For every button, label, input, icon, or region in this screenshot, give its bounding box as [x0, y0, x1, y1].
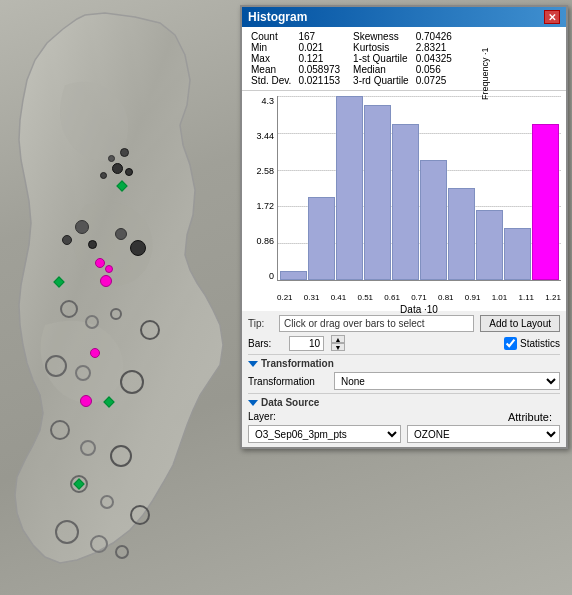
stddev-value: 0.021153 [294, 75, 343, 86]
count-value: 167 [294, 31, 343, 42]
map-dot-hollow [80, 440, 96, 456]
map-dot-pink [80, 395, 92, 407]
x-label-5: 0.71 [411, 293, 427, 302]
map-dot-dark [62, 235, 72, 245]
layer-attribute-selects: O3_Sep06_3pm_pts OZONE [248, 425, 560, 443]
x-label-4: 0.61 [384, 293, 400, 302]
histogram-bar-2[interactable] [336, 96, 363, 280]
histogram-panel: Histogram ✕ Count 167 Skewness 0.70426 M… [240, 5, 568, 449]
bars-input[interactable] [289, 336, 324, 351]
histogram-bar-7[interactable] [476, 210, 503, 280]
x-label-6: 0.81 [438, 293, 454, 302]
x-label-2: 0.41 [331, 293, 347, 302]
q1-value: 0.04325 [412, 53, 455, 64]
chart-inner: 4.3 3.44 2.58 1.72 0.86 0 [247, 96, 561, 291]
plot-area[interactable] [277, 96, 561, 281]
statistics-checkbox[interactable] [504, 337, 517, 350]
y-axis-label: Frequency ·1 [480, 47, 490, 100]
map-dot-hollow [60, 300, 78, 318]
histogram-bar-4[interactable] [392, 124, 419, 280]
panel-titlebar: Histogram ✕ [242, 7, 566, 27]
x-axis-label: Data ·10 [247, 302, 561, 318]
min-value: 0.021 [294, 42, 343, 53]
x-label-8: 1.01 [492, 293, 508, 302]
data-source-section-label: Data Source [261, 397, 319, 408]
histogram-bar-9[interactable] [532, 124, 559, 280]
spacer [334, 411, 502, 423]
chart-area[interactable]: 4.3 3.44 2.58 1.72 0.86 0 0.21 [242, 91, 566, 311]
map-dot-dark [115, 228, 127, 240]
attribute-label: Attribute: [508, 411, 552, 423]
transformation-expand-icon[interactable] [248, 361, 258, 367]
count-label: Count [248, 31, 294, 42]
max-value: 0.121 [294, 53, 343, 64]
map-dot-hollow [45, 355, 67, 377]
y-label-4: 0.86 [256, 236, 274, 246]
transformation-select[interactable]: None [334, 372, 560, 390]
map-dot-hollow [100, 495, 114, 509]
q3-value: 0.0725 [412, 75, 455, 86]
map-dot-hollow [85, 315, 99, 329]
map-dot-dark [125, 168, 133, 176]
statistics-label: Statistics [520, 338, 560, 349]
map-dot-hollow [75, 365, 91, 381]
map-dot-dark [100, 172, 107, 179]
histogram-bar-6[interactable] [448, 188, 475, 280]
y-label-0: 4.3 [261, 96, 274, 106]
map-dot-hollow [130, 505, 150, 525]
q3-label: 3-rd Quartile [343, 75, 412, 86]
data-source-section-header: Data Source [248, 393, 560, 408]
stats-area: Count 167 Skewness 0.70426 Min 0.021 Kur… [242, 27, 566, 91]
mean-value: 0.058973 [294, 64, 343, 75]
stddev-label: Std. Dev. [248, 75, 294, 86]
layer-select[interactable]: O3_Sep06_3pm_pts [248, 425, 401, 443]
bars-container[interactable] [278, 96, 561, 280]
layer-label: Layer: [248, 411, 328, 423]
histogram-bar-3[interactable] [364, 105, 391, 280]
statistics-checkbox-label[interactable]: Statistics [504, 337, 560, 350]
mean-label: Mean [248, 64, 294, 75]
map-dot-hollow [55, 520, 79, 544]
bars-spinner: ▲ ▼ [331, 335, 345, 351]
map-dot-pink [100, 275, 112, 287]
y-label-5: 0 [269, 271, 274, 281]
close-button[interactable]: ✕ [544, 10, 560, 24]
histogram-bar-0[interactable] [280, 271, 307, 280]
tip-label: Tip: [248, 318, 273, 329]
x-label-3: 0.51 [357, 293, 373, 302]
y-label-2: 2.58 [256, 166, 274, 176]
map-dot-hollow [110, 445, 132, 467]
map-dot-hollow [90, 535, 108, 553]
histogram-bar-5[interactable] [420, 160, 447, 280]
median-value: 0.056 [412, 64, 455, 75]
spinner-down[interactable]: ▼ [331, 343, 345, 351]
q1-label: 1-st Quartile [343, 53, 412, 64]
attribute-select[interactable]: OZONE [407, 425, 560, 443]
x-label-0: 0.21 [277, 293, 293, 302]
y-label-1: 3.44 [256, 131, 274, 141]
kurtosis-label: Kurtosis [343, 42, 412, 53]
data-source-expand-icon[interactable] [248, 400, 258, 406]
bars-row: Bars: ▲ ▼ Statistics [248, 335, 560, 351]
map-dot-pink [90, 348, 100, 358]
map-dot-hollow [140, 320, 160, 340]
spinner-up[interactable]: ▲ [331, 335, 345, 343]
min-label: Min [248, 42, 294, 53]
y-label-3: 1.72 [256, 201, 274, 211]
map-dot-pink [105, 265, 113, 273]
map-dot-dark [130, 240, 146, 256]
map-dot-hollow [115, 545, 129, 559]
kurtosis-value: 2.8321 [412, 42, 455, 53]
map-dot-pink [95, 258, 105, 268]
transformation-section-header: Transformation [248, 354, 560, 369]
stats-table-left: Count 167 Skewness 0.70426 Min 0.021 Kur… [248, 31, 455, 86]
map-dot-hollow [50, 420, 70, 440]
map-dot-hollow [120, 370, 144, 394]
map-dot-dark [108, 155, 115, 162]
map-dot-dark [88, 240, 97, 249]
histogram-bar-8[interactable] [504, 228, 531, 280]
map-dot-dark [112, 163, 123, 174]
histogram-bar-1[interactable] [308, 197, 335, 280]
x-label-1: 0.31 [304, 293, 320, 302]
x-label-10: 1.21 [545, 293, 561, 302]
